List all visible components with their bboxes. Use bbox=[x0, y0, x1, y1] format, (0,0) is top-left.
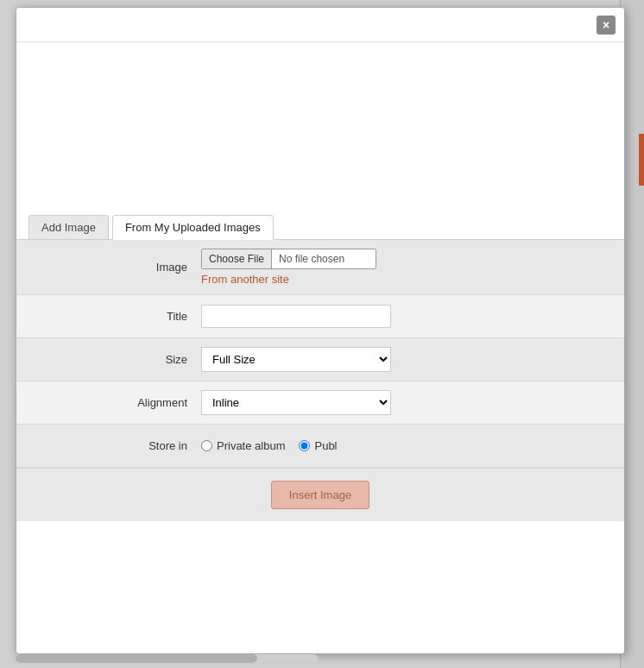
size-label: Size bbox=[28, 353, 201, 366]
insert-image-button[interactable]: Insert Image bbox=[271, 481, 369, 509]
horizontal-scrollbar[interactable] bbox=[16, 654, 318, 663]
file-input-wrapper: Choose File No file chosen bbox=[201, 249, 376, 269]
alignment-control-area: Inline Left Center Right bbox=[201, 390, 612, 415]
store-in-form-row: Store in Private album Publ bbox=[16, 425, 624, 468]
public-album-radio[interactable] bbox=[299, 440, 310, 451]
image-label: Image bbox=[28, 261, 201, 274]
private-album-option[interactable]: Private album bbox=[201, 439, 285, 452]
size-form-row: Size Full Size Large Medium Thumbnail bbox=[16, 338, 624, 381]
size-select[interactable]: Full Size Large Medium Thumbnail bbox=[201, 347, 391, 372]
scrollbar-thumb[interactable] bbox=[16, 654, 257, 663]
alignment-form-row: Alignment Inline Left Center Right bbox=[16, 381, 624, 425]
title-label: Title bbox=[28, 310, 201, 323]
tab-add-image[interactable]: Add Image bbox=[28, 215, 109, 239]
button-row: Insert Image bbox=[16, 468, 624, 521]
choose-file-button[interactable]: Choose File bbox=[202, 249, 272, 268]
store-in-control-area: Private album Publ bbox=[201, 439, 612, 452]
file-input-row: Choose File No file chosen bbox=[201, 249, 612, 269]
alignment-select[interactable]: Inline Left Center Right bbox=[201, 390, 391, 415]
size-control-area: Full Size Large Medium Thumbnail bbox=[201, 347, 612, 372]
tab-from-uploaded[interactable]: From My Uploaded Images bbox=[112, 215, 274, 240]
upper-white-area bbox=[16, 42, 624, 215]
modal-header: × bbox=[16, 8, 624, 42]
image-control-area: Choose File No file chosen From another … bbox=[201, 249, 612, 286]
tab-bar: Add Image From My Uploaded Images bbox=[16, 215, 624, 240]
radio-group: Private album Publ bbox=[201, 439, 612, 452]
public-album-option[interactable]: Publ bbox=[299, 439, 337, 452]
private-album-radio[interactable] bbox=[201, 440, 212, 451]
title-form-row: Title bbox=[16, 295, 624, 338]
title-input[interactable] bbox=[201, 305, 391, 328]
title-control-area bbox=[201, 305, 612, 328]
store-in-label: Store in bbox=[28, 439, 201, 452]
image-form-row: Image Choose File No file chosen From an… bbox=[16, 240, 624, 295]
from-another-site-link[interactable]: From another site bbox=[201, 273, 612, 286]
close-button[interactable]: × bbox=[597, 16, 616, 35]
file-name-display: No file chosen bbox=[272, 249, 376, 268]
orange-accent bbox=[639, 134, 644, 186]
private-album-label: Private album bbox=[217, 439, 285, 452]
modal-dialog: × Add Image From My Uploaded Images Imag… bbox=[16, 7, 625, 654]
modal-body: Add Image From My Uploaded Images Image … bbox=[16, 42, 624, 653]
alignment-label: Alignment bbox=[28, 396, 201, 409]
form-area: Image Choose File No file chosen From an… bbox=[16, 240, 624, 521]
public-album-label: Publ bbox=[314, 439, 337, 452]
